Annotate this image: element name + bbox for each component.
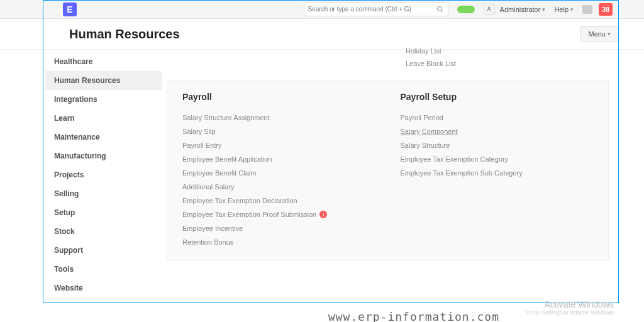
sidebar-item-tools[interactable]: Tools — [45, 260, 162, 279]
modules-card: Payroll Salary Structure AssignmentSalar… — [167, 80, 609, 261]
sidebar-item-healthcare[interactable]: Healthcare — [45, 52, 162, 71]
top-links: Holiday ListLeave Block List — [167, 47, 609, 80]
search-input[interactable] — [308, 6, 436, 13]
link-payroll-period[interactable]: Payroll Period — [401, 111, 594, 125]
menu-button[interactable]: Menu▾ — [580, 26, 619, 42]
link-employee-benefit-application[interactable]: Employee Benefit Application — [182, 152, 375, 166]
avatar[interactable]: A — [484, 4, 495, 15]
link-employee-tax-exemption-declaration[interactable]: Employee Tax Exemption Declaration — [182, 194, 375, 208]
link-salary-component[interactable]: Salary Component — [401, 125, 594, 138]
status-indicator — [457, 6, 475, 13]
notification-badge[interactable]: 38 — [599, 3, 613, 16]
sidebar-item-manufacturing[interactable]: Manufacturing — [45, 147, 162, 165]
count-badge: 1 — [319, 211, 327, 218]
link-retention-bonus[interactable]: Retention Bonus — [182, 235, 375, 249]
sidebar-item-human-resources[interactable]: Human Resources — [45, 71, 162, 90]
comment-icon[interactable] — [582, 5, 592, 14]
page-title: Human Resources — [69, 27, 580, 42]
chevron-down-icon: ▾ — [542, 6, 545, 13]
sidebar-item-support[interactable]: Support — [45, 241, 162, 260]
link-employee-tax-exemption-category[interactable]: Employee Tax Exemption Category — [401, 152, 594, 166]
chevron-down-icon: ▾ — [608, 31, 611, 37]
sidebar-item-integrations[interactable]: Integrations — [45, 90, 162, 109]
sidebar: HealthcareHuman ResourcesIntegrationsLea… — [45, 47, 162, 322]
svg-line-1 — [441, 10, 443, 12]
search-icon — [436, 6, 444, 13]
sidebar-item-learn[interactable]: Learn — [45, 109, 162, 128]
sidebar-item-stock[interactable]: Stock — [45, 222, 162, 241]
module-title-payroll-setup: Payroll Setup — [401, 92, 594, 102]
svg-point-0 — [437, 6, 441, 11]
link-payroll-entry[interactable]: Payroll Entry — [182, 138, 375, 152]
chevron-down-icon: ▾ — [570, 6, 574, 13]
link-leave-block-list[interactable]: Leave Block List — [406, 60, 456, 67]
watermark: Activate Windows Go to Settings to activ… — [526, 299, 614, 316]
admin-menu[interactable]: Administrator▾ — [500, 6, 546, 13]
link-employee-tax-exemption-proof-submission[interactable]: Employee Tax Exemption Proof Submission1 — [182, 208, 375, 221]
sidebar-item-projects[interactable]: Projects — [45, 165, 162, 184]
app-logo[interactable]: E — [63, 3, 77, 16]
source-url: www.erp-information.com — [328, 310, 499, 322]
page-header: Human Resources Menu▾ — [0, 19, 644, 50]
sidebar-item-setup[interactable]: Setup — [45, 203, 162, 222]
link-employee-benefit-claim[interactable]: Employee Benefit Claim — [182, 166, 375, 180]
sidebar-item-website[interactable]: Website — [45, 279, 162, 297]
help-menu[interactable]: Help▾ — [554, 6, 574, 13]
link-employee-incentive[interactable]: Employee Incentive — [182, 221, 375, 235]
link-holiday-list[interactable]: Holiday List — [406, 47, 456, 55]
sidebar-item-maintenance[interactable]: Maintenance — [45, 128, 162, 147]
link-salary-slip[interactable]: Salary Slip — [182, 125, 375, 138]
link-employee-tax-exemption-sub-category[interactable]: Employee Tax Exemption Sub Category — [401, 166, 594, 180]
link-additional-salary[interactable]: Additional Salary — [182, 180, 375, 194]
sidebar-item-selling[interactable]: Selling — [45, 184, 162, 203]
module-title-payroll: Payroll — [182, 92, 375, 102]
topbar: E A Administrator▾ Help▾ 38 — [0, 0, 644, 19]
link-salary-structure-assignment[interactable]: Salary Structure Assignment — [182, 111, 375, 125]
link-salary-structure[interactable]: Salary Structure — [401, 138, 594, 152]
search-box[interactable] — [304, 3, 448, 16]
